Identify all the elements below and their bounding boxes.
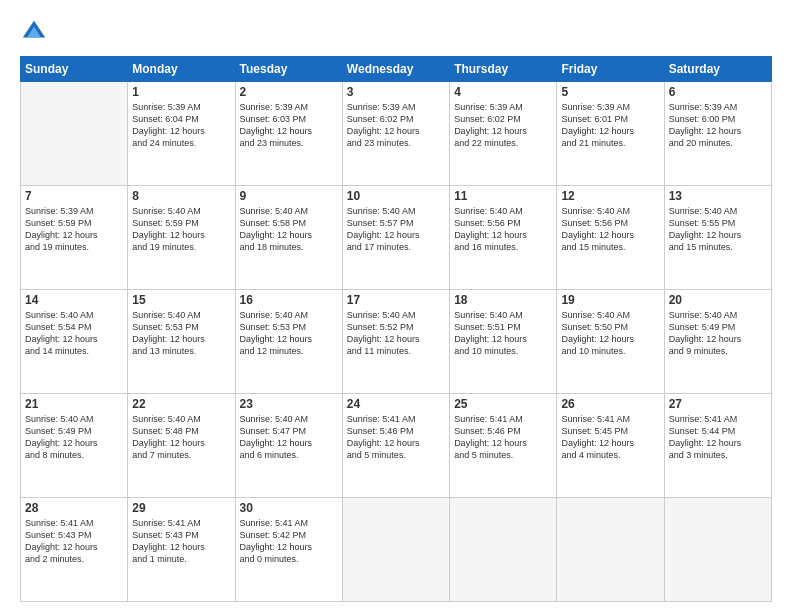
cell-info: Sunrise: 5:40 AM Sunset: 5:52 PM Dayligh… bbox=[347, 309, 445, 358]
logo-icon bbox=[20, 18, 48, 46]
day-number: 4 bbox=[454, 85, 552, 99]
calendar-cell: 29Sunrise: 5:41 AM Sunset: 5:43 PM Dayli… bbox=[128, 498, 235, 602]
calendar-cell: 13Sunrise: 5:40 AM Sunset: 5:55 PM Dayli… bbox=[664, 186, 771, 290]
calendar-cell: 19Sunrise: 5:40 AM Sunset: 5:50 PM Dayli… bbox=[557, 290, 664, 394]
calendar-cell: 30Sunrise: 5:41 AM Sunset: 5:42 PM Dayli… bbox=[235, 498, 342, 602]
calendar-cell: 23Sunrise: 5:40 AM Sunset: 5:47 PM Dayli… bbox=[235, 394, 342, 498]
calendar-cell: 7Sunrise: 5:39 AM Sunset: 5:59 PM Daylig… bbox=[21, 186, 128, 290]
cell-info: Sunrise: 5:41 AM Sunset: 5:46 PM Dayligh… bbox=[454, 413, 552, 462]
cell-info: Sunrise: 5:39 AM Sunset: 6:04 PM Dayligh… bbox=[132, 101, 230, 150]
logo bbox=[20, 18, 54, 46]
cell-info: Sunrise: 5:39 AM Sunset: 6:01 PM Dayligh… bbox=[561, 101, 659, 150]
day-number: 8 bbox=[132, 189, 230, 203]
day-number: 12 bbox=[561, 189, 659, 203]
day-number: 14 bbox=[25, 293, 123, 307]
day-number: 17 bbox=[347, 293, 445, 307]
calendar-week: 7Sunrise: 5:39 AM Sunset: 5:59 PM Daylig… bbox=[21, 186, 772, 290]
calendar-cell: 15Sunrise: 5:40 AM Sunset: 5:53 PM Dayli… bbox=[128, 290, 235, 394]
cell-info: Sunrise: 5:40 AM Sunset: 5:56 PM Dayligh… bbox=[454, 205, 552, 254]
day-number: 18 bbox=[454, 293, 552, 307]
cell-info: Sunrise: 5:40 AM Sunset: 5:53 PM Dayligh… bbox=[132, 309, 230, 358]
cell-info: Sunrise: 5:39 AM Sunset: 6:02 PM Dayligh… bbox=[347, 101, 445, 150]
day-number: 15 bbox=[132, 293, 230, 307]
day-number: 22 bbox=[132, 397, 230, 411]
header-day: Tuesday bbox=[235, 57, 342, 82]
calendar-cell: 4Sunrise: 5:39 AM Sunset: 6:02 PM Daylig… bbox=[450, 82, 557, 186]
header-row: SundayMondayTuesdayWednesdayThursdayFrid… bbox=[21, 57, 772, 82]
cell-info: Sunrise: 5:39 AM Sunset: 5:59 PM Dayligh… bbox=[25, 205, 123, 254]
cell-info: Sunrise: 5:39 AM Sunset: 6:02 PM Dayligh… bbox=[454, 101, 552, 150]
day-number: 30 bbox=[240, 501, 338, 515]
calendar-cell: 28Sunrise: 5:41 AM Sunset: 5:43 PM Dayli… bbox=[21, 498, 128, 602]
day-number: 20 bbox=[669, 293, 767, 307]
cell-info: Sunrise: 5:40 AM Sunset: 5:57 PM Dayligh… bbox=[347, 205, 445, 254]
day-number: 6 bbox=[669, 85, 767, 99]
cell-info: Sunrise: 5:40 AM Sunset: 5:56 PM Dayligh… bbox=[561, 205, 659, 254]
calendar-cell: 6Sunrise: 5:39 AM Sunset: 6:00 PM Daylig… bbox=[664, 82, 771, 186]
day-number: 9 bbox=[240, 189, 338, 203]
day-number: 24 bbox=[347, 397, 445, 411]
header-day: Wednesday bbox=[342, 57, 449, 82]
calendar-cell: 10Sunrise: 5:40 AM Sunset: 5:57 PM Dayli… bbox=[342, 186, 449, 290]
header-day: Saturday bbox=[664, 57, 771, 82]
calendar-cell bbox=[664, 498, 771, 602]
calendar-cell: 21Sunrise: 5:40 AM Sunset: 5:49 PM Dayli… bbox=[21, 394, 128, 498]
cell-info: Sunrise: 5:40 AM Sunset: 5:47 PM Dayligh… bbox=[240, 413, 338, 462]
calendar-week: 28Sunrise: 5:41 AM Sunset: 5:43 PM Dayli… bbox=[21, 498, 772, 602]
cell-info: Sunrise: 5:41 AM Sunset: 5:46 PM Dayligh… bbox=[347, 413, 445, 462]
cell-info: Sunrise: 5:41 AM Sunset: 5:45 PM Dayligh… bbox=[561, 413, 659, 462]
calendar-table: SundayMondayTuesdayWednesdayThursdayFrid… bbox=[20, 56, 772, 602]
calendar-cell: 14Sunrise: 5:40 AM Sunset: 5:54 PM Dayli… bbox=[21, 290, 128, 394]
day-number: 5 bbox=[561, 85, 659, 99]
cell-info: Sunrise: 5:40 AM Sunset: 5:54 PM Dayligh… bbox=[25, 309, 123, 358]
calendar-cell: 1Sunrise: 5:39 AM Sunset: 6:04 PM Daylig… bbox=[128, 82, 235, 186]
cell-info: Sunrise: 5:41 AM Sunset: 5:43 PM Dayligh… bbox=[25, 517, 123, 566]
cell-info: Sunrise: 5:41 AM Sunset: 5:43 PM Dayligh… bbox=[132, 517, 230, 566]
day-number: 27 bbox=[669, 397, 767, 411]
cell-info: Sunrise: 5:39 AM Sunset: 6:00 PM Dayligh… bbox=[669, 101, 767, 150]
calendar-header: SundayMondayTuesdayWednesdayThursdayFrid… bbox=[21, 57, 772, 82]
cell-info: Sunrise: 5:40 AM Sunset: 5:58 PM Dayligh… bbox=[240, 205, 338, 254]
calendar-cell: 5Sunrise: 5:39 AM Sunset: 6:01 PM Daylig… bbox=[557, 82, 664, 186]
calendar-week: 21Sunrise: 5:40 AM Sunset: 5:49 PM Dayli… bbox=[21, 394, 772, 498]
day-number: 28 bbox=[25, 501, 123, 515]
day-number: 19 bbox=[561, 293, 659, 307]
calendar-cell: 27Sunrise: 5:41 AM Sunset: 5:44 PM Dayli… bbox=[664, 394, 771, 498]
day-number: 7 bbox=[25, 189, 123, 203]
cell-info: Sunrise: 5:39 AM Sunset: 6:03 PM Dayligh… bbox=[240, 101, 338, 150]
calendar-cell: 22Sunrise: 5:40 AM Sunset: 5:48 PM Dayli… bbox=[128, 394, 235, 498]
calendar-cell: 18Sunrise: 5:40 AM Sunset: 5:51 PM Dayli… bbox=[450, 290, 557, 394]
day-number: 11 bbox=[454, 189, 552, 203]
day-number: 16 bbox=[240, 293, 338, 307]
cell-info: Sunrise: 5:40 AM Sunset: 5:49 PM Dayligh… bbox=[669, 309, 767, 358]
header-day: Sunday bbox=[21, 57, 128, 82]
cell-info: Sunrise: 5:40 AM Sunset: 5:55 PM Dayligh… bbox=[669, 205, 767, 254]
header-day: Friday bbox=[557, 57, 664, 82]
calendar-cell bbox=[450, 498, 557, 602]
calendar-cell: 9Sunrise: 5:40 AM Sunset: 5:58 PM Daylig… bbox=[235, 186, 342, 290]
day-number: 10 bbox=[347, 189, 445, 203]
calendar-cell: 3Sunrise: 5:39 AM Sunset: 6:02 PM Daylig… bbox=[342, 82, 449, 186]
day-number: 13 bbox=[669, 189, 767, 203]
calendar-cell bbox=[21, 82, 128, 186]
calendar-cell: 11Sunrise: 5:40 AM Sunset: 5:56 PM Dayli… bbox=[450, 186, 557, 290]
calendar-week: 14Sunrise: 5:40 AM Sunset: 5:54 PM Dayli… bbox=[21, 290, 772, 394]
calendar-cell bbox=[342, 498, 449, 602]
day-number: 1 bbox=[132, 85, 230, 99]
calendar-body: 1Sunrise: 5:39 AM Sunset: 6:04 PM Daylig… bbox=[21, 82, 772, 602]
calendar-cell bbox=[557, 498, 664, 602]
cell-info: Sunrise: 5:40 AM Sunset: 5:59 PM Dayligh… bbox=[132, 205, 230, 254]
day-number: 3 bbox=[347, 85, 445, 99]
cell-info: Sunrise: 5:40 AM Sunset: 5:53 PM Dayligh… bbox=[240, 309, 338, 358]
cell-info: Sunrise: 5:40 AM Sunset: 5:48 PM Dayligh… bbox=[132, 413, 230, 462]
cell-info: Sunrise: 5:40 AM Sunset: 5:50 PM Dayligh… bbox=[561, 309, 659, 358]
cell-info: Sunrise: 5:41 AM Sunset: 5:42 PM Dayligh… bbox=[240, 517, 338, 566]
header-day: Monday bbox=[128, 57, 235, 82]
calendar-cell: 12Sunrise: 5:40 AM Sunset: 5:56 PM Dayli… bbox=[557, 186, 664, 290]
calendar-cell: 24Sunrise: 5:41 AM Sunset: 5:46 PM Dayli… bbox=[342, 394, 449, 498]
calendar-cell: 26Sunrise: 5:41 AM Sunset: 5:45 PM Dayli… bbox=[557, 394, 664, 498]
day-number: 26 bbox=[561, 397, 659, 411]
calendar-cell: 2Sunrise: 5:39 AM Sunset: 6:03 PM Daylig… bbox=[235, 82, 342, 186]
header bbox=[20, 18, 772, 46]
calendar-cell: 17Sunrise: 5:40 AM Sunset: 5:52 PM Dayli… bbox=[342, 290, 449, 394]
